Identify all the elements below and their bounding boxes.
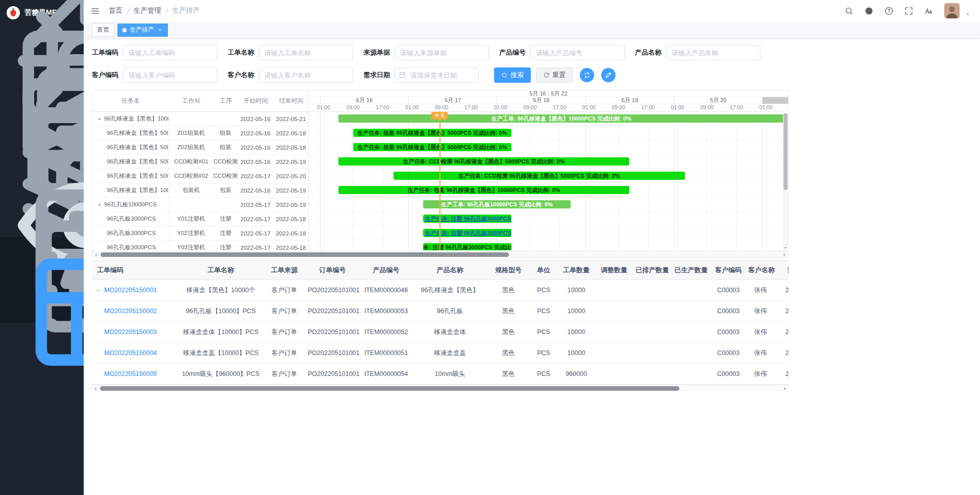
- orders-column-header[interactable]: 调整数量: [595, 261, 633, 280]
- scroll-right-icon[interactable]: [781, 252, 788, 258]
- orders-column-header[interactable]: 需: [775, 261, 789, 280]
- gantt-task-row[interactable]: 96孔移液盒【黑色】10000PCS2022-05-162022-05-21: [92, 112, 308, 126]
- orders-row[interactable]: MO202205150003移液盒盒体【10000】PCS客户订单PO20220…: [92, 322, 789, 343]
- order-code-link[interactable]: MO202205150003: [104, 328, 157, 336]
- orders-column-header[interactable]: 产品名称: [413, 261, 487, 280]
- gantt-bar[interactable]: 生产工单: 96孔孔板10000PCS 完成比例: 0%: [423, 200, 571, 208]
- breadcrumb-item[interactable]: 生产管理: [134, 6, 161, 15]
- menu-fold-icon[interactable]: [91, 7, 100, 15]
- gantt-bar[interactable]: 生产任务: CCD检测 96孔移液盒【黑色】5000PCS 完成比例: 0%: [338, 157, 630, 166]
- user-avatar[interactable]: [944, 3, 960, 18]
- gantt-vertical-scrollbar[interactable]: [783, 112, 788, 251]
- filter-text-input[interactable]: [666, 45, 761, 60]
- process-cell: 注塑: [214, 226, 238, 240]
- refresh-button[interactable]: [580, 68, 594, 82]
- gantt-task-row[interactable]: 96孔移液盒【黑色】5000PCSCCD检测#02CCD检测2022-05-17…: [92, 169, 308, 183]
- close-icon[interactable]: [157, 27, 163, 33]
- orders-cell: 10mm吸头: [413, 364, 487, 385]
- search-icon[interactable]: [845, 7, 853, 15]
- font-size-icon[interactable]: [924, 7, 933, 15]
- gantt-task-row[interactable]: 96孔移液盒【黑色】10000PCS包装机包装2022-05-162022-05…: [92, 183, 308, 198]
- order-code-link[interactable]: MO202205150002: [104, 308, 157, 315]
- filter-text-input[interactable]: [259, 67, 353, 83]
- github-icon[interactable]: [865, 7, 873, 15]
- gantt-task-row[interactable]: 96孔孔板3000PCSY02注塑机注塑2022-05-172022-05-18: [92, 226, 308, 241]
- filter-text-input[interactable]: [123, 67, 217, 83]
- task-name-cell: 96孔移液盒【黑色】5000PCS: [92, 169, 169, 183]
- scroll-right-icon[interactable]: [782, 386, 788, 392]
- scroll-left-icon[interactable]: [92, 386, 99, 392]
- order-code-link[interactable]: MO202205150005: [104, 370, 157, 378]
- chevron-down-icon[interactable]: [95, 288, 101, 294]
- gantt-horizontal-scrollbar[interactable]: [92, 251, 788, 257]
- gantt-bar[interactable]: 生产任务: 组装 96孔移液盒【黑色】5000PCS 完成比例: 0%: [353, 143, 512, 151]
- horizontal-scrollbar-thumb[interactable]: [100, 386, 679, 391]
- order-code-link[interactable]: MO202205150004: [104, 349, 157, 357]
- gantt-bar[interactable]: 生产任务: 包装 96孔移液盒【黑色】10000PCS 完成比例: 0%: [338, 186, 630, 194]
- orders-column-header[interactable]: 单位: [530, 261, 557, 280]
- order-code-link[interactable]: MO202205150001: [104, 287, 157, 294]
- orders-cell: PO202205101001: [306, 301, 359, 322]
- tab-active[interactable]: 生产排产: [117, 23, 168, 37]
- gantt-bar[interactable]: 生产任务: 注塑 96孔孔板3000PCS 完成比例: 0%: [423, 229, 511, 237]
- orders-column-header[interactable]: 产品编号: [359, 261, 413, 280]
- edit-schedule-button[interactable]: [601, 68, 616, 82]
- orders-column-header[interactable]: 已排产数量: [633, 261, 672, 280]
- horizontal-scrollbar-thumb[interactable]: [101, 252, 509, 257]
- timeline-day: 5月 16: [320, 97, 408, 104]
- orders-column-header[interactable]: 工单来源: [263, 261, 306, 280]
- filter-text-input[interactable]: [530, 45, 625, 60]
- orders-cell: 202: [775, 301, 789, 322]
- orders-row[interactable]: MO20220515000296孔孔板【10000】PCS客户订单PO20220…: [92, 301, 789, 322]
- timeline-hour-label: 17:00: [730, 104, 743, 111]
- timeline-days: 5月 165月 175月 185月 195月 20: [309, 97, 788, 104]
- gantt-bar[interactable]: 生产任务: CCD检测 96孔移液盒【黑色】5000PCS 完成比例: 0%: [394, 172, 685, 180]
- caret-down-icon[interactable]: [96, 116, 103, 122]
- gantt-task-row[interactable]: 96孔孔板10000PCS2022-05-172022-05-19: [92, 198, 308, 212]
- gantt-bar-label: 生产工单: 96孔移液盒【黑色】10000PCS 完成比例: 0%: [492, 115, 631, 123]
- tab-item[interactable]: 首页: [92, 23, 114, 37]
- gantt-task-row[interactable]: 96孔孔板3000PCSY01注塑机注塑2022-05-172022-05-18: [92, 212, 308, 226]
- orders-column-header[interactable]: 客户编码: [710, 261, 746, 280]
- orders-row[interactable]: MO202205150001移液盒【黑色】10000个客户订单PO2022051…: [92, 280, 789, 301]
- orders-column-header[interactable]: 工单数量: [557, 261, 595, 280]
- sidebar-subitem[interactable]: 生产排产: [0, 301, 84, 323]
- filter-text-input[interactable]: [123, 45, 217, 60]
- orders-cell: PCS: [530, 343, 557, 364]
- filter-text-input[interactable]: [395, 45, 489, 60]
- orders-cell: 202: [775, 364, 789, 385]
- gantt-bar[interactable]: 生产工单: 96孔移液盒【黑色】10000PCS 完成比例: 0%: [338, 114, 785, 123]
- orders-row[interactable]: MO20220515000510mm吸头【960000】PCS客户订单PO202…: [92, 364, 789, 385]
- orders-column-header[interactable]: 规格型号: [487, 261, 530, 280]
- reset-button[interactable]: 重置: [536, 67, 573, 83]
- user-caret-icon[interactable]: [965, 11, 971, 17]
- orders-tbody: MO202205150001移液盒【黑色】10000个客户订单PO2022051…: [92, 280, 789, 385]
- orders-column-header[interactable]: 工单名称: [179, 261, 263, 280]
- scroll-left-icon[interactable]: [93, 252, 99, 258]
- search-button[interactable]: 搜索: [494, 67, 531, 83]
- orders-horizontal-scrollbar[interactable]: [92, 385, 789, 391]
- question-icon[interactable]: [885, 7, 893, 15]
- orders-column-header[interactable]: 工单编码: [92, 261, 179, 280]
- filter-text-input[interactable]: [259, 45, 353, 60]
- gantt-task-row[interactable]: 96孔移液盒【黑色】5000PCSZ02组装机组装2022-05-162022-…: [92, 140, 308, 155]
- scroll-down-icon[interactable]: [783, 245, 788, 251]
- caret-down-icon[interactable]: [96, 202, 103, 208]
- gantt-task-row[interactable]: 96孔移液盒【黑色】5000PCSCCD检测#01CCD检测2022-05-16…: [92, 155, 308, 169]
- gantt-section: 任务名工作站工序开始时间结束时间 96孔移液盒【黑色】10000PCS2022-…: [92, 90, 789, 258]
- gantt-task-table: 任务名工作站工序开始时间结束时间 96孔移液盒【黑色】10000PCS2022-…: [92, 90, 309, 251]
- fullscreen-icon[interactable]: [904, 7, 913, 15]
- demand-date-input[interactable]: [395, 67, 479, 83]
- gantt-bar[interactable]: 生产任务: 组装 96孔移液盒【黑色】5000PCS 完成比例: 0%: [353, 129, 512, 137]
- gantt-task-row[interactable]: 96孔移液盒【黑色】5000PCSZ01组装机组装2022-05-162022-…: [92, 126, 308, 140]
- orders-column-header[interactable]: 已生产数量: [672, 261, 710, 280]
- gantt-task-row[interactable]: 96孔孔板3000PCSY03注塑机注塑2022-05-172022-05-18: [92, 241, 308, 251]
- orders-row[interactable]: MO202205150004移液盒盒盖【10000】PCS客户订单PO20220…: [92, 343, 789, 364]
- breadcrumb-item[interactable]: 首页: [109, 6, 122, 15]
- gantt-bar[interactable]: 生产任务: 注塑 96孔孔板3000PCS 完成比例: 0%: [423, 215, 511, 223]
- orders-column-header[interactable]: 客户名称: [746, 261, 775, 280]
- gantt-bar[interactable]: 生产任务: 注塑 96孔孔板3000PCS 完成比例: 0%: [423, 243, 511, 250]
- search-icon: [501, 72, 508, 79]
- vertical-scrollbar-thumb[interactable]: [783, 113, 788, 190]
- orders-column-header[interactable]: 订单编号: [306, 261, 359, 280]
